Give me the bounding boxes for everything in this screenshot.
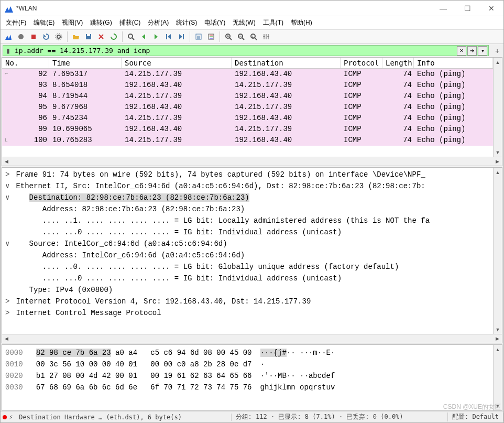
bookmark-icon[interactable]: ▮ [3, 47, 13, 55]
packet-row[interactable]: 9910.699065192.168.43.4014.215.177.39ICM… [2, 124, 493, 135]
zoom-reset-button[interactable]: 1 [248, 31, 259, 42]
stop-button[interactable] [28, 31, 39, 42]
filter-history-button[interactable]: ▾ [478, 46, 487, 56]
tree-toggle-icon[interactable] [5, 203, 12, 215]
find-button[interactable] [125, 31, 137, 42]
menu-item-3[interactable]: 跳转(G) [87, 17, 115, 28]
column-header-source[interactable]: Source [122, 58, 232, 68]
expert-info-led-icon[interactable] [3, 415, 7, 419]
resize-cols-button[interactable] [260, 31, 272, 42]
close-button[interactable] [95, 31, 107, 42]
tree-line[interactable]: Address: IntelCor_c6:94:6d (a0:a4:c5:c6:… [2, 250, 493, 261]
window-title: *WLAN [16, 5, 431, 12]
packet-list-vscroll[interactable]: ▲▼ [493, 58, 502, 157]
zoom-in-button[interactable] [223, 31, 234, 42]
minimize-button[interactable]: — [431, 1, 455, 16]
tree-line[interactable]: ∨ Ethernet II, Src: IntelCor_c6:94:6d (a… [2, 180, 493, 192]
hex-row[interactable]: 0000 82 98 ce 7b 6a 23 a0 a4 c5 c6 94 6d… [5, 347, 490, 359]
menu-item-9[interactable]: 工具(T) [260, 17, 287, 28]
colorize-button[interactable] [205, 31, 217, 42]
packet-row[interactable]: 10010.76528314.215.177.39192.168.43.40IC… [2, 135, 493, 146]
jump-start-button[interactable] [163, 31, 174, 42]
fwd-button[interactable] [150, 31, 162, 42]
tree-line[interactable]: > Frame 91: 74 bytes on wire (592 bits),… [2, 169, 493, 180]
tree-line[interactable]: .... ..0. .... .... .... .... = LG bit: … [2, 261, 493, 273]
column-header-info[interactable]: Info [414, 58, 493, 68]
menu-item-5[interactable]: 分析(A) [145, 17, 172, 28]
menu-item-2[interactable]: 视图(V) [59, 17, 86, 28]
tree-line[interactable]: Type: IPv4 (0x0800) [2, 284, 493, 296]
reload-button[interactable] [108, 31, 119, 42]
packet-bytes-hex[interactable]: 0000 82 98 ce 7b 6a 23 a0 a4 c5 c6 94 6d… [2, 345, 493, 410]
tree-toggle-icon[interactable]: > [5, 296, 12, 307]
column-header-length[interactable]: Length [382, 58, 414, 68]
fin-button[interactable] [3, 31, 14, 42]
menu-item-0[interactable]: 文件(F) [3, 17, 29, 28]
gear-button[interactable] [53, 31, 64, 42]
tree-line[interactable]: ∨ Source: IntelCor_c6:94:6d (a0:a4:c5:c6… [2, 238, 493, 250]
tree-toggle-icon[interactable] [5, 273, 12, 284]
menu-item-10[interactable]: 帮助(H) [288, 17, 315, 28]
open-button[interactable] [70, 31, 82, 42]
packet-row[interactable]: 927.69531714.215.177.39192.168.43.40ICMP… [2, 69, 493, 80]
add-filter-button[interactable]: + [493, 47, 501, 55]
capture-file-icon[interactable]: ⚡ [9, 414, 13, 421]
tree-line[interactable]: > Internet Protocol Version 4, Src: 192.… [2, 296, 493, 307]
packet-row[interactable]: 969.74523414.215.177.39192.168.43.40ICMP… [2, 113, 493, 124]
tree-line[interactable]: Address: 82:98:ce:7b:6a:23 (82:98:ce:7b:… [2, 203, 493, 215]
tree-line[interactable]: .... ..1. .... .... .... .... = LG bit: … [2, 215, 493, 226]
restart-button[interactable] [40, 31, 52, 42]
menu-item-4[interactable]: 捕获(C) [116, 17, 144, 28]
menu-item-6[interactable]: 统计(S) [173, 17, 200, 28]
tree-line[interactable]: ∨ Destination: 82:98:ce:7b:6a:23 (82:98:… [2, 192, 493, 203]
packet-list-body[interactable]: ← └ 927.69531714.215.177.39192.168.43.40… [2, 69, 493, 157]
hex-row[interactable]: 0030 67 68 69 6a 6b 6c 6d 6e 6f 70 71 72… [5, 382, 490, 393]
packet-list-header[interactable]: No.TimeSourceDestinationProtocolLengthIn… [2, 58, 493, 69]
tree-toggle-icon[interactable]: > [5, 169, 12, 180]
save-button[interactable] [83, 31, 94, 42]
auto-scroll-icon [194, 32, 203, 41]
tree-toggle-icon[interactable] [5, 215, 12, 226]
close-icon [97, 32, 105, 41]
tree-toggle-icon[interactable] [5, 226, 12, 238]
tree-toggle-icon[interactable] [5, 250, 12, 261]
tree-line[interactable]: > Internet Control Message Protocol [2, 307, 493, 319]
start-button[interactable] [15, 31, 27, 42]
details-hscroll[interactable]: ◀▶ [2, 334, 502, 343]
tree-toggle-icon[interactable]: ∨ [5, 180, 12, 192]
tree-toggle-icon[interactable]: > [5, 307, 12, 319]
packet-row[interactable]: 938.654018192.168.43.4014.215.177.39ICMP… [2, 80, 493, 91]
details-vscroll[interactable]: ▲▼ [493, 168, 502, 334]
tree-toggle-icon[interactable]: ∨ [5, 238, 12, 250]
tree-toggle-icon[interactable]: ∨ [5, 192, 12, 203]
packet-row[interactable]: 959.677968192.168.43.4014.215.177.39ICMP… [2, 102, 493, 113]
tree-line[interactable]: .... ...0 .... .... .... .... = IG bit: … [2, 273, 493, 284]
packet-list-hscroll[interactable]: ◀▶ [2, 157, 502, 166]
maximize-button[interactable]: ☐ [455, 1, 479, 16]
menu-bar: 文件(F)编辑(E)视图(V)跳转(G)捕获(C)分析(A)统计(S)电话(Y)… [1, 16, 503, 30]
column-header-destination[interactable]: Destination [232, 58, 341, 68]
filter-clear-button[interactable]: ✕ [457, 46, 466, 56]
filter-apply-button[interactable]: ➔ [467, 46, 477, 56]
column-header-time[interactable]: Time [49, 58, 122, 68]
tree-line[interactable]: .... ...0 .... .... .... .... = IG bit: … [2, 226, 493, 238]
packet-row[interactable]: 948.71954414.215.177.39192.168.43.40ICMP… [2, 91, 493, 102]
menu-item-8[interactable]: 无线(W) [229, 17, 258, 28]
zoom-out-button[interactable] [235, 31, 247, 42]
packet-details-tree[interactable]: > Frame 91: 74 bytes on wire (592 bits),… [2, 168, 493, 334]
column-header-protocol[interactable]: Protocol [341, 58, 382, 68]
auto-scroll-button[interactable] [193, 31, 204, 42]
tree-toggle-icon[interactable] [5, 261, 12, 273]
menu-item-1[interactable]: 编辑(E) [30, 17, 58, 28]
bytes-vscroll[interactable]: ▲▼ [493, 345, 502, 410]
hex-row[interactable]: 0010 00 3c 56 10 00 00 40 01 00 00 c0 a8… [5, 359, 490, 370]
jump-end-button[interactable] [176, 31, 187, 42]
status-profile[interactable]: 配置: Default [448, 413, 503, 421]
tree-toggle-icon[interactable] [5, 284, 12, 296]
back-button[interactable] [138, 31, 149, 42]
column-header-no[interactable]: No. [2, 58, 49, 68]
close-button[interactable]: ✕ [479, 1, 503, 16]
hex-row[interactable]: 0020 b1 27 08 00 4d 42 00 01 00 19 61 62… [5, 370, 490, 382]
menu-item-7[interactable]: 电话(Y) [201, 17, 228, 28]
display-filter-input[interactable] [13, 46, 456, 56]
